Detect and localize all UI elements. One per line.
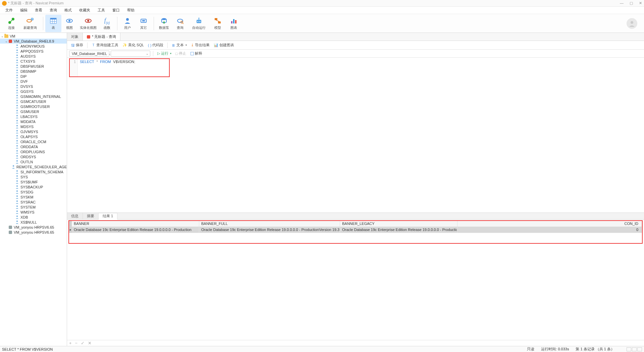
column-header[interactable]: BANNER bbox=[72, 221, 199, 227]
results-grid[interactable]: BANNER BANNER_FULL BANNER_LEGACY CON_ID … bbox=[68, 220, 643, 244]
tree-schema[interactable]: CTXSYS bbox=[0, 59, 67, 64]
tree-schema[interactable]: GSMCATUSER bbox=[0, 99, 67, 104]
confirm-button[interactable]: ✓ bbox=[81, 341, 85, 346]
results-tab-info[interactable]: 信息 bbox=[67, 213, 83, 219]
column-header[interactable]: CON_ID bbox=[458, 221, 642, 227]
column-header[interactable]: BANNER_LEGACY bbox=[340, 221, 458, 227]
tree-schema[interactable]: DVSYS bbox=[0, 84, 67, 89]
tree-schema[interactable]: DVF bbox=[0, 79, 67, 84]
chevron-down-icon[interactable]: ⌄ bbox=[1, 35, 4, 38]
tree-schema[interactable]: APPQOSSYS bbox=[0, 49, 67, 54]
toolbar-connect[interactable]: 连接 bbox=[3, 15, 19, 32]
cell-banner[interactable]: Oracle Database 19c Enterprise Edition R… bbox=[72, 227, 199, 233]
explain-button[interactable]: 🞎解释 bbox=[189, 51, 204, 56]
tree-root[interactable]: ⌄ VM bbox=[0, 34, 67, 39]
query-builder-button[interactable]: Ｔ查询创建工具 bbox=[90, 43, 120, 48]
connection-combo[interactable]: VM_Database_RHEL⌄ bbox=[69, 51, 109, 57]
tree-schema[interactable]: DIP bbox=[0, 74, 67, 79]
close-button[interactable]: ✕ bbox=[639, 1, 642, 5]
cancel-button[interactable]: ✕ bbox=[88, 341, 92, 346]
menu-edit[interactable]: 编辑 bbox=[17, 7, 31, 13]
tree-schema[interactable]: SYSKM bbox=[0, 194, 67, 199]
toolbar-views[interactable]: 视图 bbox=[61, 15, 77, 32]
stop-button[interactable]: □停止 bbox=[174, 51, 187, 56]
toolbar-users[interactable]: 用户 bbox=[119, 15, 136, 32]
menu-favorites[interactable]: 收藏夹 bbox=[76, 7, 94, 13]
toolbar-model[interactable]: 模型 bbox=[210, 15, 226, 32]
tree-schema[interactable]: SYS$UMF bbox=[0, 179, 67, 184]
run-button[interactable]: ▷运行▾ bbox=[156, 51, 173, 56]
tree-schema[interactable]: SI_INFORMTN_SCHEMA bbox=[0, 169, 67, 174]
tree-schema[interactable]: GGSYS bbox=[0, 89, 67, 94]
menu-query[interactable]: 查询 bbox=[46, 7, 60, 13]
schema-combo[interactable]: ⌄ bbox=[111, 51, 150, 57]
connection-tree[interactable]: ⌄ VM ⌄ VM_Database_RHEL8.9 ANONYMOUSAPPQ… bbox=[0, 33, 67, 346]
tree-schema[interactable]: ORDPLUGINS bbox=[0, 149, 67, 154]
tree-schema[interactable]: GSMUSER bbox=[0, 109, 67, 114]
tab-query[interactable]: * 无标题 - 查询 bbox=[83, 33, 120, 41]
tree-schema[interactable]: ORDSYS bbox=[0, 154, 67, 159]
text-button[interactable]: 🗎文本▾ bbox=[170, 43, 188, 48]
tree-schema[interactable]: REMOTE_SCHEDULER_AGENT bbox=[0, 164, 67, 169]
toolbar-chart[interactable]: 图表 bbox=[226, 15, 242, 32]
tree-schema[interactable]: XDB bbox=[0, 215, 67, 220]
chevron-down-icon[interactable]: ⌄ bbox=[5, 40, 8, 43]
tree-schema[interactable]: ORACLE_OCM bbox=[0, 139, 67, 144]
view-mode-grid-icon[interactable] bbox=[627, 347, 631, 351]
toolbar-matviews[interactable]: 实体化视图 bbox=[77, 15, 99, 32]
toolbar-others[interactable]: 其它 bbox=[136, 15, 152, 32]
tree-schema[interactable]: DBSFWUSER bbox=[0, 64, 67, 69]
toolbar-query[interactable]: 查询 bbox=[172, 15, 188, 32]
tree-schema[interactable]: DBSNMP bbox=[0, 69, 67, 74]
tree-schema[interactable]: SYSRAC bbox=[0, 199, 67, 204]
menu-tools[interactable]: 工具 bbox=[94, 7, 108, 13]
sql-code[interactable]: SELECT * FROM V$VERSION; bbox=[78, 59, 169, 76]
editor-empty-area[interactable] bbox=[67, 79, 644, 213]
tree-schema[interactable]: OJVMSYS bbox=[0, 129, 67, 134]
table-row[interactable]: ▸ Oracle Database 19c Enterprise Edition… bbox=[69, 227, 642, 233]
tree-connection[interactable]: ⌄ VM_Database_RHEL8.9 bbox=[0, 39, 67, 44]
cell-banner-full[interactable]: Oracle Database 19c Enterprise Edition R… bbox=[199, 227, 340, 233]
tree-schema[interactable]: GSMROOTUSER bbox=[0, 104, 67, 109]
toolbar-tables[interactable]: 表 bbox=[45, 15, 61, 32]
tree-schema[interactable]: OLAPSYS bbox=[0, 134, 67, 139]
tree-schema[interactable]: SYSDG bbox=[0, 189, 67, 194]
add-row-button[interactable]: + bbox=[69, 341, 72, 346]
export-button[interactable]: ⤓导出结果 bbox=[190, 43, 211, 48]
tree-schema[interactable]: ANONYMOUS bbox=[0, 44, 67, 49]
sql-editor[interactable]: 1 SELECT * FROM V$VERSION; bbox=[67, 58, 644, 79]
view-mode-detail-icon[interactable] bbox=[637, 347, 642, 351]
tree-schema[interactable]: XS$NULL bbox=[0, 220, 67, 225]
menu-file[interactable]: 文件 bbox=[2, 7, 16, 13]
column-header[interactable]: BANNER_FULL bbox=[199, 221, 340, 227]
toolbar-autorun[interactable]: 自动运行 bbox=[188, 15, 210, 32]
save-button[interactable]: 🖫保存 bbox=[70, 43, 85, 48]
menu-view[interactable]: 查看 bbox=[32, 7, 46, 13]
results-tab-result1[interactable]: 结果 1 bbox=[99, 213, 117, 220]
maximize-button[interactable]: ▢ bbox=[630, 1, 633, 5]
tree-schema[interactable]: SYSBACKUP bbox=[0, 184, 67, 189]
tree-schema[interactable]: WMSYS bbox=[0, 210, 67, 215]
cell-banner-legacy[interactable]: Oracle Database 19c Enterprise Edition R… bbox=[340, 227, 458, 233]
tree-schema[interactable]: SYSTEM bbox=[0, 204, 67, 210]
menu-window[interactable]: 窗口 bbox=[109, 7, 123, 13]
toolbar-new-query[interactable]: + 新建查询 bbox=[19, 15, 41, 32]
snippet-button[interactable]: ( )代码段 bbox=[147, 43, 165, 48]
tree-schema[interactable]: GSMADMIN_INTERNAL bbox=[0, 94, 67, 99]
avatar[interactable] bbox=[627, 18, 637, 29]
tree-other-connection[interactable]: VM_yonyou HRPSV6.65 bbox=[0, 230, 67, 235]
tree-schema[interactable]: OUTLN bbox=[0, 159, 67, 164]
view-mode-form-icon[interactable] bbox=[632, 347, 637, 351]
beautify-button[interactable]: ✨美化 SQL bbox=[121, 43, 145, 48]
tree-schema[interactable]: MDDATA bbox=[0, 119, 67, 124]
create-chart-button[interactable]: 📊创建图表 bbox=[212, 43, 235, 48]
cell-con-id[interactable]: 0 bbox=[458, 227, 642, 233]
tab-objects[interactable]: 对象 bbox=[67, 33, 83, 41]
delete-row-button[interactable]: − bbox=[75, 341, 78, 346]
toolbar-datapump[interactable]: 数据泵 bbox=[156, 15, 172, 32]
tree-schema[interactable]: SYS bbox=[0, 174, 67, 179]
tree-other-connection[interactable]: VM_yonyou HRPSV6.65 bbox=[0, 225, 67, 230]
toolbar-functions[interactable]: f(x) 函数 bbox=[99, 15, 115, 32]
results-tab-summary[interactable]: 摘要 bbox=[83, 213, 99, 219]
menu-format[interactable]: 格式 bbox=[61, 7, 75, 13]
